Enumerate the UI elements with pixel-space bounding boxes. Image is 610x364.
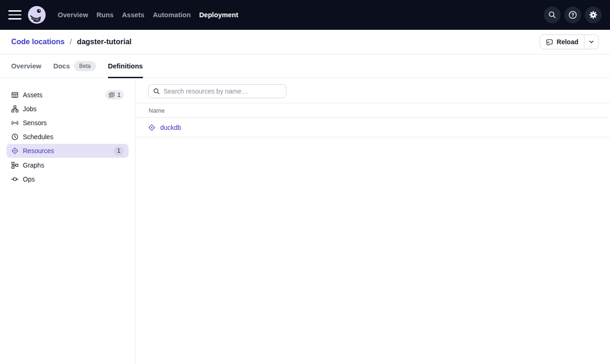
sidebar-item-schedules[interactable]: Schedules bbox=[7, 130, 129, 143]
definitions-sidebar: Assets 1 Jobs bbox=[0, 78, 136, 364]
sidebar-item-graphs[interactable]: Graphs bbox=[7, 158, 129, 172]
tab-docs[interactable]: Docs Beta bbox=[54, 54, 96, 78]
tab-docs-label: Docs bbox=[54, 62, 70, 70]
settings-button[interactable] bbox=[585, 7, 602, 23]
reload-button-label: Reload bbox=[556, 38, 578, 46]
sidebar-item-label: Schedules bbox=[23, 133, 53, 141]
nav-item-runs[interactable]: Runs bbox=[96, 11, 114, 19]
resource-icon bbox=[148, 124, 156, 131]
settings-gear-icon bbox=[589, 10, 598, 20]
reload-split-button: Reload bbox=[540, 34, 599, 49]
tab-definitions[interactable]: Definitions bbox=[108, 54, 143, 78]
sidebar-item-label: Assets bbox=[23, 91, 42, 99]
assets-count-badge: 1 bbox=[105, 90, 124, 100]
reload-code-location-icon bbox=[546, 38, 553, 46]
breadcrumb-current-location: dagster-tutorial bbox=[77, 38, 131, 46]
ops-icon bbox=[11, 175, 19, 183]
resource-link-duckdb[interactable]: duckdb bbox=[160, 124, 181, 131]
search-resources-input[interactable] bbox=[163, 88, 281, 95]
sidebar-item-label: Resources bbox=[23, 147, 54, 155]
resource-row-duckdb[interactable]: duckdb bbox=[136, 118, 610, 137]
nav-item-overview[interactable]: Overview bbox=[58, 11, 88, 19]
resources-count: 1 bbox=[117, 148, 121, 154]
beta-badge: Beta bbox=[74, 61, 96, 71]
sidebar-item-sensors[interactable]: Sensors bbox=[7, 116, 129, 129]
top-nav-items: Overview Runs Assets Automation Deployme… bbox=[58, 11, 238, 19]
breadcrumb-code-locations-link[interactable]: Code locations bbox=[11, 38, 65, 46]
tab-overview-label: Overview bbox=[11, 62, 41, 70]
resource-search-box bbox=[148, 84, 286, 98]
tab-overview[interactable]: Overview bbox=[11, 54, 41, 78]
search-icon bbox=[548, 11, 556, 19]
code-location-tabs: Overview Docs Beta Definitions bbox=[0, 54, 610, 78]
resources-icon bbox=[11, 147, 19, 155]
breadcrumb-separator: / bbox=[70, 38, 72, 46]
sidebar-item-label: Ops bbox=[23, 175, 35, 183]
nav-item-assets[interactable]: Assets bbox=[122, 11, 144, 19]
dagster-logo[interactable] bbox=[28, 6, 46, 24]
sidebar-item-ops[interactable]: Ops bbox=[7, 172, 129, 186]
resources-count-badge: 1 bbox=[114, 146, 124, 156]
chevron-down-icon bbox=[589, 39, 594, 45]
assets-table-icon bbox=[11, 91, 19, 99]
reload-button[interactable]: Reload bbox=[540, 35, 584, 49]
graphs-icon bbox=[11, 162, 19, 169]
sidebar-item-jobs[interactable]: Jobs bbox=[7, 102, 129, 115]
asset-group-icon bbox=[108, 92, 115, 98]
help-button[interactable]: ? bbox=[564, 7, 581, 23]
sidebar-item-resources[interactable]: Resources 1 bbox=[7, 144, 129, 158]
sidebar-item-label: Sensors bbox=[23, 119, 47, 127]
resources-panel: Name duckdb bbox=[136, 78, 610, 364]
help-icon: ? bbox=[568, 10, 577, 20]
definitions-content: Assets 1 Jobs bbox=[0, 78, 610, 364]
tab-definitions-label: Definitions bbox=[108, 62, 143, 70]
reload-dropdown-button[interactable] bbox=[584, 35, 598, 49]
column-header-name: Name bbox=[149, 107, 165, 114]
search-icon bbox=[153, 88, 160, 94]
schedules-clock-icon bbox=[11, 133, 19, 141]
nav-item-automation[interactable]: Automation bbox=[153, 11, 191, 19]
hamburger-menu-icon[interactable] bbox=[8, 7, 22, 22]
svg-text:?: ? bbox=[571, 12, 574, 18]
jobs-icon bbox=[11, 105, 19, 113]
top-nav-actions: ? bbox=[544, 7, 602, 23]
search-button[interactable] bbox=[544, 7, 561, 23]
nav-item-deployment[interactable]: Deployment bbox=[199, 11, 238, 19]
sidebar-item-assets[interactable]: Assets 1 bbox=[7, 88, 129, 101]
top-navigation-bar: Overview Runs Assets Automation Deployme… bbox=[0, 0, 610, 30]
resources-table-header: Name bbox=[136, 103, 610, 118]
assets-count: 1 bbox=[117, 92, 121, 98]
sidebar-item-label: Graphs bbox=[23, 162, 44, 169]
sensors-icon bbox=[11, 119, 19, 127]
breadcrumb-bar: Code locations / dagster-tutorial Reload bbox=[0, 30, 610, 54]
sidebar-item-label: Jobs bbox=[23, 105, 37, 113]
